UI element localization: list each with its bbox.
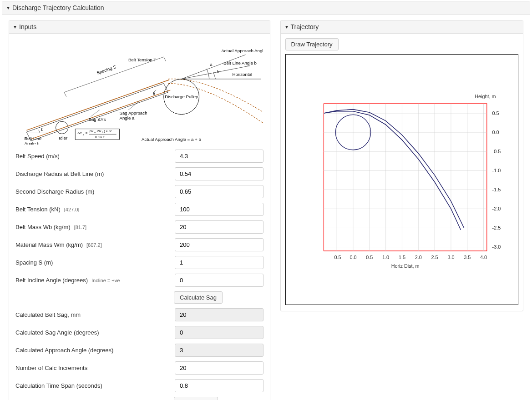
angle-a-label: a xyxy=(210,62,213,67)
idler-label: Idler xyxy=(59,135,68,140)
belt-line-angle-label: Belt Line Angle b xyxy=(223,60,257,65)
svg-text:1.5: 1.5 xyxy=(398,255,405,260)
calc-sag-angle-output xyxy=(175,326,263,339)
svg-rect-25 xyxy=(324,104,486,251)
svg-text:3.0: 3.0 xyxy=(447,255,454,260)
svg-text:(W: (W xyxy=(89,130,93,133)
trajectory-header[interactable]: ▾ Trajectory xyxy=(281,20,523,34)
incline-angle-label: Belt Incline Angle (degrees) xyxy=(15,277,88,284)
main-columns: ▾ Inputs Discharge Pulley xyxy=(2,15,530,400)
svg-text:b: b xyxy=(102,131,104,134)
incline-angle-input[interactable] xyxy=(175,274,263,287)
sag-approach-label1: Sag Approach xyxy=(119,110,147,115)
belt-tension-label: Belt Tension (kN) xyxy=(15,206,61,213)
sag-dys-label: Sag ΔYs xyxy=(88,117,106,122)
svg-text:-2.0: -2.0 xyxy=(492,206,501,211)
spacing-label-field: Spacing S (m) xyxy=(15,259,53,266)
calc-approach-label: Calculated Approach Angle (degrees) xyxy=(15,347,113,354)
second-radius-input[interactable] xyxy=(175,185,263,198)
spacing-input[interactable] xyxy=(175,256,263,269)
svg-line-13 xyxy=(128,101,139,110)
material-mass-input[interactable] xyxy=(175,238,263,251)
actual-approach-label: Actual Approach Angle xyxy=(221,48,263,53)
material-mass-label: Material Mass Wm (kg/m) xyxy=(15,241,83,248)
view-report-button[interactable]: View Report xyxy=(174,397,218,400)
chevron-down-icon: ▾ xyxy=(7,5,10,10)
schematic-svg: Discharge Pulley a b Actual Approach A xyxy=(15,40,263,145)
svg-text:=: = xyxy=(86,131,88,135)
belt-mass-hint: [81.7] xyxy=(74,225,87,230)
svg-text:) × S²: ) × S² xyxy=(104,130,112,133)
incline-angle-hint: Incline = +ve xyxy=(91,278,120,283)
time-span-label: Calculation Time Span (seconds) xyxy=(15,382,102,389)
calc-sag-angle-label: Calculated Sag Angle (degrees) xyxy=(15,329,99,336)
main-panel: ▾ Discharge Trajectory Calculation ▾ Inp… xyxy=(2,1,530,400)
discharge-pulley-label: Discharge Pulley xyxy=(165,94,198,99)
sag-approach-label2: Angle a xyxy=(119,115,135,120)
belt-tension-label: Belt Tension T xyxy=(128,57,156,62)
chevron-down-icon: ▾ xyxy=(285,24,288,30)
belt-line-label1: Belt Line xyxy=(24,136,41,141)
draw-trajectory-button[interactable]: Draw Trajectory xyxy=(285,38,339,50)
discharge-radius-input[interactable] xyxy=(175,167,263,180)
inputs-body: Discharge Pulley a b Actual Approach A xyxy=(9,34,270,400)
trajectory-panel: ▾ Trajectory Draw Trajectory -0.50.00.51… xyxy=(280,20,524,311)
discharge-radius-label: Discharge Radius at Belt Line (m) xyxy=(15,170,104,177)
second-radius-label: Second Discharge Radius (m) xyxy=(15,188,94,195)
trajectory-title: Trajectory xyxy=(291,23,319,30)
diagram-caption: Actual Approach Angle = a + b xyxy=(142,137,201,142)
svg-text:0.0: 0.0 xyxy=(350,255,356,260)
svg-line-5 xyxy=(26,80,169,130)
spacing-label: Spacing S xyxy=(96,64,117,75)
num-increments-label: Number of Calc Increments xyxy=(15,365,87,371)
chevron-down-icon: ▾ xyxy=(14,24,16,30)
trajectory-body: Draw Trajectory -0.50.00.51.01.52.02.53.… xyxy=(281,34,523,311)
svg-text:-1.0: -1.0 xyxy=(492,168,501,173)
svg-text:8.0 × T: 8.0 × T xyxy=(95,135,105,139)
calc-belt-sag-label: Calculated Belt Sag, mm xyxy=(15,311,81,318)
calc-approach-output xyxy=(175,344,263,357)
svg-text:ΔY: ΔY xyxy=(77,131,82,135)
svg-text:s: s xyxy=(83,133,84,136)
inputs-panel: ▾ Inputs Discharge Pulley xyxy=(9,20,270,400)
inputs-title: Inputs xyxy=(19,23,36,30)
svg-text:-1.5: -1.5 xyxy=(492,187,501,192)
svg-text:-3.0: -3.0 xyxy=(492,244,501,250)
angle-b-label: b xyxy=(217,70,219,74)
svg-text:1.0: 1.0 xyxy=(382,255,389,260)
belt-line-label2: Angle b xyxy=(24,141,39,145)
num-increments-input[interactable] xyxy=(175,361,263,375)
svg-text:m: m xyxy=(94,131,96,134)
time-span-input[interactable] xyxy=(175,379,263,392)
calc-belt-sag-output xyxy=(175,308,263,321)
svg-line-8 xyxy=(64,92,66,97)
svg-text:Height, m: Height, m xyxy=(475,94,496,99)
svg-text:-0.5: -0.5 xyxy=(492,149,501,154)
horizontal-label: Horizontal xyxy=(232,72,252,77)
svg-text:0.0: 0.0 xyxy=(492,130,499,135)
svg-text:0.5: 0.5 xyxy=(492,110,499,116)
belt-tension-hint: [427.0] xyxy=(64,207,80,212)
material-mass-hint: [607.2] xyxy=(86,242,102,248)
svg-text:2.5: 2.5 xyxy=(431,255,438,260)
belt-mass-input[interactable] xyxy=(175,220,263,234)
belt-speed-input[interactable] xyxy=(175,150,263,163)
schematic-diagram: Discharge Pulley a b Actual Approach A xyxy=(15,38,263,150)
svg-text:-0.5: -0.5 xyxy=(332,255,341,260)
svg-text:4.0: 4.0 xyxy=(480,255,487,260)
svg-text:-2.5: -2.5 xyxy=(492,225,501,230)
trajectory-chart: -0.50.00.51.01.52.02.53.03.54.00.50.0-0.… xyxy=(285,54,519,305)
angle-b2-label: b xyxy=(41,127,43,132)
svg-text:+W: +W xyxy=(96,130,101,133)
belt-tension-input[interactable] xyxy=(175,203,263,216)
belt-mass-label: Belt Mass Wb (kg/m) xyxy=(15,224,71,230)
main-panel-header[interactable]: ▾ Discharge Trajectory Calculation xyxy=(2,1,530,15)
svg-text:0.5: 0.5 xyxy=(366,255,373,260)
calculate-sag-button[interactable]: Calculate Sag xyxy=(174,291,223,304)
inputs-header[interactable]: ▾ Inputs xyxy=(9,20,270,34)
svg-line-9 xyxy=(164,57,166,61)
svg-text:2.0: 2.0 xyxy=(415,255,421,260)
page-title: Discharge Trajectory Calculation xyxy=(12,4,104,11)
belt-speed-label: Belt Speed (m/s) xyxy=(15,153,60,160)
svg-text:Horiz Dist, m: Horiz Dist, m xyxy=(391,263,419,269)
